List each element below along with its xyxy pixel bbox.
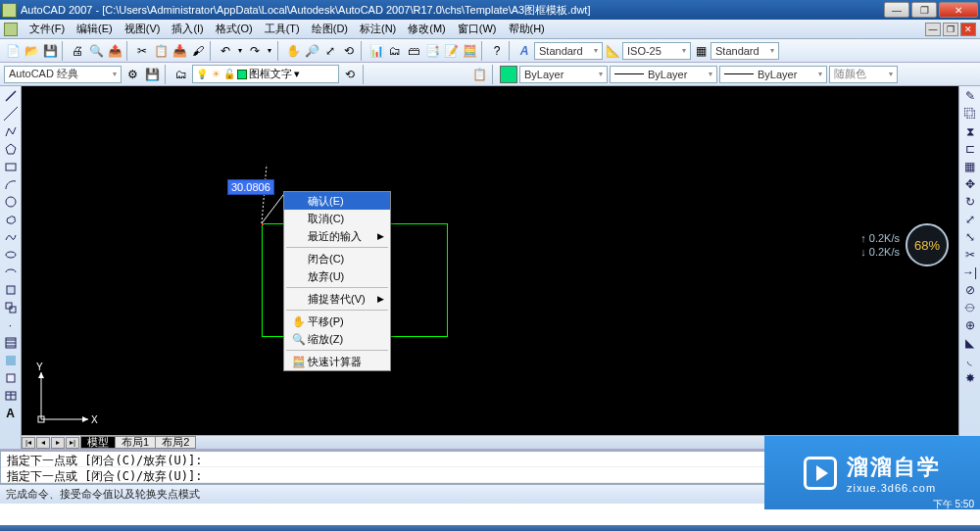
sheet-set-icon[interactable]: 📑 — [423, 42, 441, 60]
new-icon[interactable]: 📄 — [4, 42, 22, 60]
undo-icon[interactable]: ↶ — [217, 42, 234, 60]
ctx-osnap-override[interactable]: 捕捉替代(V)▶ — [284, 290, 390, 308]
mdi-close-button[interactable]: ✕ — [960, 23, 976, 36]
array-icon[interactable]: ▦ — [961, 159, 979, 174]
redo-icon[interactable]: ↷ — [246, 42, 264, 60]
trim-icon[interactable]: ✂ — [961, 247, 979, 263]
erase-icon[interactable]: ✎ — [961, 88, 979, 104]
help-icon[interactable]: ? — [488, 42, 506, 60]
drawing-canvas[interactable]: 30.0806 确认(E) 取消(C) 最近的输入▶ 闭合(C) 放弃(U) 捕… — [22, 86, 958, 435]
plotstyle-combo[interactable]: 随颜色▾ — [829, 66, 898, 83]
cut-icon[interactable]: ✂ — [133, 42, 151, 60]
menu-modify[interactable]: 修改(M) — [402, 20, 452, 38]
hatch-icon[interactable] — [2, 335, 20, 351]
ctx-pan[interactable]: ✋平移(P) — [284, 313, 390, 330]
mdi-minimize-button[interactable]: — — [925, 23, 941, 36]
paste-icon[interactable]: 📥 — [171, 42, 188, 60]
ellipsearc-icon[interactable] — [2, 265, 20, 280]
tab-first-button[interactable]: |◂ — [22, 437, 35, 449]
gradient-icon[interactable] — [2, 353, 20, 368]
color-combo[interactable]: ByLayer▾ — [519, 66, 608, 83]
menu-file[interactable]: 文件(F) — [24, 20, 71, 38]
extend-icon[interactable]: →| — [961, 265, 979, 280]
tab-layout1[interactable]: 布局1 — [115, 436, 156, 449]
zoom-prev-icon[interactable]: ⟲ — [340, 42, 358, 60]
linetype-combo[interactable]: ByLayer▾ — [610, 66, 717, 83]
copy-icon[interactable]: 📋 — [152, 42, 170, 60]
save-icon[interactable]: 💾 — [41, 42, 59, 60]
layer-states-icon[interactable]: 📋 — [470, 66, 488, 83]
ctx-recent[interactable]: 最近的输入▶ — [284, 227, 390, 245]
quickcalc-icon[interactable]: 🧮 — [461, 42, 478, 60]
menu-edit[interactable]: 编辑(E) — [71, 20, 119, 38]
mtext-icon[interactable]: A — [2, 406, 20, 421]
layer-combo[interactable]: 💡 ☀ 🔓 图框文字 ▾ — [192, 65, 339, 83]
dimstyle-icon[interactable]: 📐 — [604, 42, 621, 60]
rotate-icon[interactable]: ↻ — [961, 194, 979, 210]
ctx-confirm[interactable]: 确认(E) — [284, 192, 390, 210]
ellipse-icon[interactable] — [2, 247, 20, 263]
textstyle-icon[interactable]: A — [515, 42, 533, 60]
arc-icon[interactable] — [2, 176, 20, 192]
table-icon[interactable] — [2, 388, 20, 404]
mirror-icon[interactable]: ⧗ — [961, 123, 979, 139]
insert-block-icon[interactable] — [2, 282, 20, 298]
workspace-combo[interactable]: AutoCAD 经典▾ — [4, 66, 122, 83]
move-icon[interactable]: ✥ — [961, 176, 979, 192]
fillet-icon[interactable]: ◟ — [961, 353, 979, 368]
markup-icon[interactable]: 📝 — [442, 42, 460, 60]
print-icon[interactable]: 🖨 — [69, 42, 86, 60]
line-icon[interactable] — [2, 88, 20, 104]
revcloud-icon[interactable] — [2, 212, 20, 227]
properties-icon[interactable]: 📊 — [368, 42, 385, 60]
publish-icon[interactable]: 📤 — [106, 42, 123, 60]
chamfer-icon[interactable]: ◣ — [961, 335, 979, 351]
mdi-restore-button[interactable]: ❐ — [943, 23, 958, 36]
close-button[interactable]: ✕ — [939, 2, 978, 18]
menu-insert[interactable]: 插入(I) — [166, 20, 209, 38]
tab-last-button[interactable]: ▸| — [66, 437, 79, 449]
break-pt-icon[interactable]: ⊘ — [961, 282, 979, 298]
polygon-icon[interactable] — [2, 141, 20, 157]
offset-icon[interactable]: ⊏ — [961, 141, 979, 157]
open-icon[interactable]: 📂 — [23, 42, 40, 60]
match-prop-icon[interactable]: 🖌 — [189, 42, 207, 60]
tab-model[interactable]: 模型 — [80, 436, 116, 449]
tab-layout2[interactable]: 布局2 — [155, 436, 196, 449]
menu-help[interactable]: 帮助(H) — [503, 20, 551, 38]
menu-window[interactable]: 窗口(W) — [452, 20, 503, 38]
pline-icon[interactable] — [2, 123, 20, 139]
rectangle-icon[interactable] — [2, 159, 20, 174]
ctx-undo[interactable]: 放弃(U) — [284, 267, 390, 285]
tab-next-button[interactable]: ▸ — [51, 437, 65, 449]
menu-tools[interactable]: 工具(T) — [259, 20, 306, 38]
undo-dd-icon[interactable]: ▾ — [235, 42, 245, 60]
ws-settings-icon[interactable]: ⚙ — [123, 66, 141, 83]
xline-icon[interactable] — [2, 106, 20, 121]
plot-preview-icon[interactable]: 🔍 — [87, 42, 105, 60]
menu-draw[interactable]: 绘图(D) — [306, 20, 354, 38]
circle-icon[interactable] — [2, 194, 20, 210]
join-icon[interactable]: ⊕ — [961, 317, 979, 333]
color-swatch[interactable] — [500, 66, 517, 83]
tool-pal-icon[interactable]: 🗃 — [405, 42, 422, 60]
textstyle-combo[interactable]: Standard▾ — [534, 42, 603, 60]
redo-dd-icon[interactable]: ▾ — [265, 42, 274, 60]
tablestyle-icon[interactable]: ▦ — [692, 42, 710, 60]
explode-icon[interactable]: ✸ — [961, 370, 979, 386]
taskbar[interactable] — [0, 525, 980, 531]
ws-save-icon[interactable]: 💾 — [143, 66, 161, 83]
tab-prev-button[interactable]: ◂ — [36, 437, 50, 449]
point-icon[interactable]: · — [2, 317, 20, 333]
zoom-win-icon[interactable]: ⤢ — [321, 42, 339, 60]
layer-prev-icon[interactable]: ⟲ — [341, 66, 359, 83]
break-icon[interactable]: ⦵ — [961, 300, 979, 315]
minimize-button[interactable]: — — [884, 2, 909, 18]
tablestyle-combo[interactable]: Standard▾ — [710, 42, 779, 60]
layer-mgr-icon[interactable]: 🗂 — [172, 66, 190, 83]
menu-view[interactable]: 视图(V) — [119, 20, 167, 38]
make-block-icon[interactable] — [2, 300, 20, 315]
menu-dim[interactable]: 标注(N) — [354, 20, 402, 38]
scale-icon[interactable]: ⤢ — [961, 212, 979, 227]
ctx-quickcalc[interactable]: 🧮快速计算器 — [284, 353, 390, 370]
